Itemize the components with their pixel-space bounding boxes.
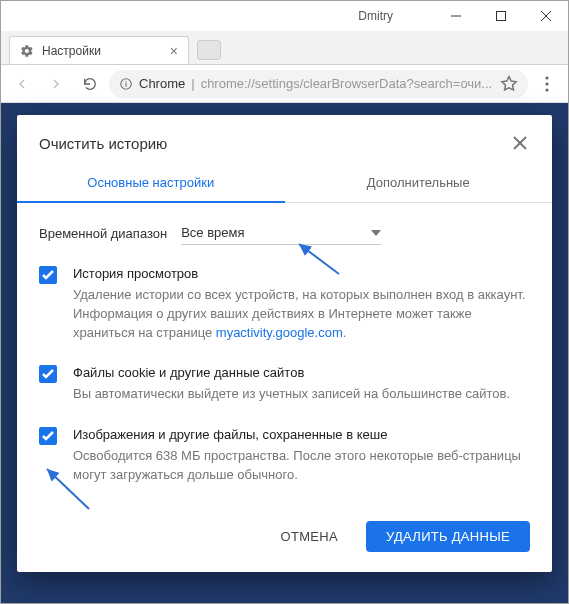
- browser-tab-title: Настройки: [42, 44, 101, 58]
- clear-data-button[interactable]: УДАЛИТЬ ДАННЫЕ: [366, 521, 530, 552]
- window-maximize-button[interactable]: [478, 1, 523, 31]
- tab-close-icon[interactable]: ×: [170, 43, 178, 59]
- option-title: Изображения и другие файлы, сохраненные …: [73, 426, 530, 445]
- checkbox-browsing-history[interactable]: [39, 266, 57, 284]
- option-description: Вы автоматически выйдете из учетных запи…: [73, 385, 510, 404]
- dialog-close-button[interactable]: [510, 133, 530, 153]
- window-titlebar: Dmitry: [1, 1, 568, 31]
- browser-tab[interactable]: Настройки ×: [9, 36, 189, 64]
- svg-rect-1: [496, 12, 505, 21]
- address-url: chrome://settings/clearBrowserData?searc…: [201, 76, 494, 91]
- checkbox-cached-images[interactable]: [39, 427, 57, 445]
- myactivity-link[interactable]: myactivity.google.com: [216, 325, 343, 340]
- browser-toolbar: Chrome | chrome://settings/clearBrowserD…: [1, 65, 568, 103]
- checkbox-cookies[interactable]: [39, 365, 57, 383]
- back-button[interactable]: [7, 69, 37, 99]
- forward-button[interactable]: [41, 69, 71, 99]
- window-username: Dmitry: [358, 9, 393, 23]
- svg-point-7: [545, 76, 548, 79]
- bookmark-star-icon[interactable]: [500, 75, 518, 93]
- cancel-button[interactable]: ОТМЕНА: [261, 521, 358, 552]
- window-close-button[interactable]: [523, 1, 568, 31]
- svg-point-9: [545, 88, 548, 91]
- option-browsing-history: История просмотров Удаление истории со в…: [39, 265, 530, 342]
- reload-button[interactable]: [75, 69, 105, 99]
- time-range-label: Временной диапазон: [39, 226, 167, 241]
- time-range-value: Все время: [181, 225, 244, 240]
- chevron-down-icon: [371, 230, 381, 236]
- option-cookies: Файлы cookie и другие данные сайтов Вы а…: [39, 364, 530, 404]
- browser-menu-button[interactable]: [532, 69, 562, 99]
- dialog-tabs: Основные настройки Дополнительные: [17, 163, 552, 203]
- site-info-icon: [119, 77, 133, 91]
- option-title: История просмотров: [73, 265, 530, 284]
- window-minimize-button[interactable]: [433, 1, 478, 31]
- option-description: Освободится 638 МБ пространства. После э…: [73, 447, 530, 485]
- dialog-title: Очистить историю: [39, 135, 167, 152]
- settings-page-backdrop: Очистить историю Основные настройки Допо…: [1, 103, 568, 604]
- new-tab-button[interactable]: [197, 40, 221, 60]
- option-cached-images: Изображения и другие файлы, сохраненные …: [39, 426, 530, 485]
- tab-basic[interactable]: Основные настройки: [17, 163, 285, 202]
- address-bar[interactable]: Chrome | chrome://settings/clearBrowserD…: [109, 70, 528, 98]
- tab-advanced[interactable]: Дополнительные: [285, 163, 553, 202]
- address-scheme: Chrome: [139, 76, 185, 91]
- svg-point-8: [545, 82, 548, 85]
- option-title: Файлы cookie и другие данные сайтов: [73, 364, 510, 383]
- option-description: Удаление истории со всех устройств, на к…: [73, 286, 530, 343]
- time-range-select[interactable]: Все время: [181, 221, 381, 245]
- clear-browsing-data-dialog: Очистить историю Основные настройки Допо…: [17, 115, 552, 572]
- gear-icon: [20, 44, 34, 58]
- browser-tabstrip: Настройки ×: [1, 31, 568, 65]
